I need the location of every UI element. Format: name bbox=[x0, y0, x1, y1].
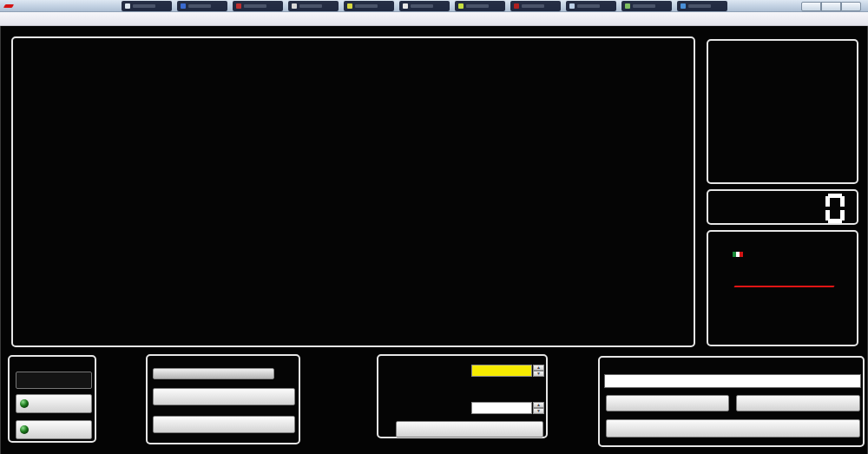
transfer-panel bbox=[146, 354, 300, 444]
taskbar-ghost bbox=[510, 1, 561, 11]
status-led-icon bbox=[20, 399, 29, 408]
logo-swoosh bbox=[733, 286, 834, 287]
italian-flag-icon bbox=[733, 252, 743, 257]
generate-flat-profile-button[interactable] bbox=[396, 421, 543, 438]
taskbar-ghost bbox=[344, 1, 394, 11]
stepper-up-icon[interactable]: ▲ bbox=[533, 365, 544, 371]
rpm-divider-input[interactable] bbox=[471, 365, 532, 377]
send-profile-button[interactable] bbox=[153, 388, 295, 405]
profile-path-field[interactable] bbox=[604, 374, 861, 388]
app-icon bbox=[4, 3, 13, 10]
flat-profile-input[interactable] bbox=[471, 402, 532, 414]
client-area: ▲ ▼ ▲ ▼ bbox=[0, 26, 868, 454]
taskbar-ghosts bbox=[122, 1, 727, 11]
rpm-digital-value bbox=[825, 194, 845, 223]
virtual-comm-panel bbox=[8, 355, 96, 443]
taskbar-ghost bbox=[233, 1, 283, 11]
menu-bar bbox=[0, 12, 868, 26]
close-button[interactable] bbox=[606, 419, 860, 438]
stepper-down-icon[interactable]: ▼ bbox=[533, 408, 544, 414]
rpm-readout-panel bbox=[707, 189, 858, 225]
title-bar bbox=[0, 0, 868, 12]
status-led-icon bbox=[20, 425, 29, 434]
injection-plot[interactable] bbox=[13, 38, 694, 345]
generator-panel: ▲ ▼ ▲ ▼ bbox=[377, 354, 548, 438]
search-for-jetprime-button[interactable] bbox=[16, 394, 92, 413]
taskbar-ghost bbox=[677, 1, 727, 11]
flat-profile-stepper[interactable]: ▲ ▼ bbox=[533, 402, 544, 414]
taskbar-ghost bbox=[566, 1, 616, 11]
load-profile-button[interactable] bbox=[606, 395, 729, 411]
taskbar-ghost bbox=[621, 1, 672, 11]
tachometer-gauge bbox=[708, 41, 857, 182]
rpm-divider-stepper[interactable]: ▲ ▼ bbox=[533, 365, 544, 377]
taskbar-ghost bbox=[177, 1, 227, 11]
minimize-button[interactable] bbox=[801, 2, 821, 11]
close-window-button[interactable] bbox=[841, 2, 861, 11]
comm-port-value[interactable] bbox=[16, 372, 92, 389]
profile-panel bbox=[598, 356, 865, 447]
progress-bar bbox=[153, 368, 274, 379]
maximize-button[interactable] bbox=[821, 2, 841, 11]
stepper-up-icon[interactable]: ▲ bbox=[533, 402, 544, 408]
app-window: ▲ ▼ ▲ ▼ bbox=[0, 0, 868, 454]
taskbar-ghost bbox=[122, 1, 172, 11]
stepper-down-icon[interactable]: ▼ bbox=[533, 371, 544, 377]
jetprime-logo bbox=[708, 256, 857, 269]
taskbar-ghost bbox=[288, 1, 339, 11]
taskbar-ghost bbox=[399, 1, 450, 11]
rpm-monitor-button[interactable] bbox=[16, 420, 92, 439]
taskbar-ghost bbox=[455, 1, 505, 11]
save-profile-button[interactable] bbox=[736, 395, 860, 411]
injection-plot-panel bbox=[11, 36, 695, 347]
tachometer-panel bbox=[707, 39, 858, 184]
logo-panel bbox=[707, 230, 858, 346]
receive-profile-button[interactable] bbox=[153, 416, 295, 433]
